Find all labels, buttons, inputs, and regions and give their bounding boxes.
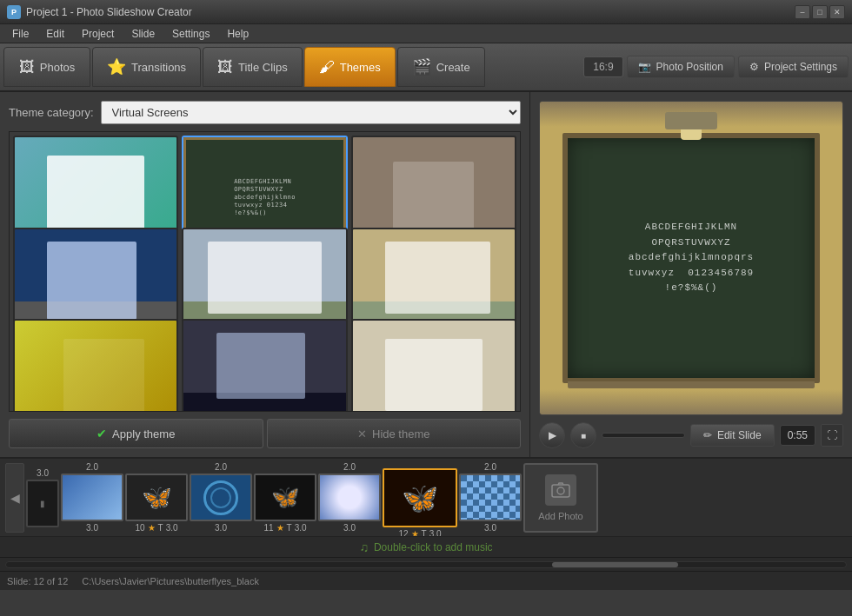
- category-row: Theme category: Virtual Screens Nature A…: [9, 101, 521, 124]
- slide-4-thumb: 🦋: [254, 474, 316, 521]
- slide-7-duration-bottom: 3.0: [484, 523, 496, 533]
- playback-controls: ▶ ■ ✏ Edit Slide 0:55 ⛶: [539, 422, 843, 448]
- tab-themes-label: Themes: [340, 61, 381, 74]
- project-settings-button[interactable]: ⚙ Project Settings: [738, 56, 849, 78]
- slide-3-duration-top: 2.0: [215, 462, 227, 472]
- timeline-item-2[interactable]: 🦋 10 ★ T 3.0: [125, 462, 188, 533]
- themes-panel: Theme category: Virtual Screens Nature A…: [0, 92, 530, 457]
- theme-item-9[interactable]: [351, 319, 516, 411]
- slide-4-t: T: [287, 523, 292, 533]
- slide-0-thumb: ▮: [26, 480, 59, 527]
- apply-theme-label: Apply theme: [112, 427, 175, 440]
- svg-point-1: [557, 487, 564, 494]
- theme-grid: ABCDEFGHIJKLMN OPQRSTUVWXYZ abcdefghijkl…: [10, 132, 520, 411]
- theme-category-select[interactable]: Virtual Screens Nature Abstract: [101, 101, 521, 124]
- photo-position-icon: 📷: [638, 61, 651, 73]
- hide-theme-button[interactable]: ✕ Hide theme: [267, 419, 522, 448]
- timeline-item-5[interactable]: 2.0 3.0: [318, 462, 381, 533]
- svg-rect-0: [552, 485, 569, 497]
- tab-transitions-label: Transitions: [131, 61, 186, 74]
- edit-slide-label: Edit Slide: [717, 429, 762, 441]
- slide-2-thumb: 🦋: [125, 474, 188, 521]
- app-icon: P: [7, 5, 21, 19]
- slide-4-spacer: [284, 462, 287, 472]
- tab-title-clips-label: Title Clips: [238, 61, 288, 74]
- timeline-prev-button[interactable]: ◀: [5, 463, 24, 533]
- file-path: C:\Users\Javier\Pictures\butterflyes_bla…: [82, 576, 259, 586]
- timeline-item-1[interactable]: 2.0 3.0: [61, 462, 123, 533]
- timeline-item-6[interactable]: 🦋 12 ★ T 3.0: [383, 459, 457, 536]
- slide-6-duration: 3.0: [429, 529, 442, 537]
- edit-slide-button[interactable]: ✏ Edit Slide: [690, 424, 775, 447]
- progress-track[interactable]: [602, 433, 685, 438]
- tab-transitions[interactable]: ⭐ Transitions: [92, 47, 201, 87]
- music-bar[interactable]: ♫ Double-click to add music: [0, 536, 852, 557]
- minimize-button[interactable]: –: [795, 5, 810, 19]
- theme-item-7[interactable]: [13, 319, 178, 411]
- add-photo-icon: [545, 474, 576, 506]
- music-note-icon: ♫: [359, 540, 369, 554]
- timeline-item-4[interactable]: 🦋 11 ★ T 3.0: [254, 462, 316, 533]
- tab-title-clips[interactable]: 🖼 Title Clips: [203, 47, 303, 87]
- timeline-item-7[interactable]: 2.0 3.0: [459, 462, 522, 533]
- tab-photos-label: Photos: [40, 61, 75, 74]
- window-title: Project 1 - Photo Slideshow Creator: [26, 6, 795, 18]
- apply-theme-button[interactable]: ✔ Apply theme: [9, 419, 263, 448]
- tab-create[interactable]: 🎬 Create: [397, 47, 485, 87]
- photos-icon: 🖼: [19, 58, 35, 76]
- timeline-inner: ◀ 3.0 ▮ 2.0 3.0 🦋 10 ★ T: [0, 459, 852, 536]
- menu-project[interactable]: Project: [73, 26, 123, 42]
- project-settings-label: Project Settings: [764, 61, 837, 73]
- scrollbar-track[interactable]: [5, 561, 847, 568]
- statusbar: Slide: 12 of 12 C:\Users\Javier\Pictures…: [0, 571, 852, 590]
- menu-file[interactable]: File: [3, 26, 37, 42]
- menu-help[interactable]: Help: [218, 26, 257, 42]
- menubar: File Edit Project Slide Settings Help: [0, 24, 852, 43]
- checkmark-icon: ✔: [97, 427, 107, 440]
- title-clips-icon: 🖼: [217, 58, 233, 76]
- slide-7-thumb: [459, 474, 522, 521]
- create-icon: 🎬: [412, 57, 431, 76]
- slide-6-t: T: [422, 529, 427, 537]
- menu-slide[interactable]: Slide: [123, 26, 163, 42]
- slide-1-duration-top: 2.0: [86, 462, 98, 472]
- add-photo-button[interactable]: Add Photo: [523, 463, 598, 533]
- add-photo-label: Add Photo: [538, 511, 582, 521]
- photo-position-label: Photo Position: [656, 61, 723, 73]
- slide-4-info: 11 ★ T 3.0: [263, 523, 306, 533]
- tab-create-label: Create: [436, 61, 470, 74]
- pencil-icon: ✏: [703, 429, 712, 441]
- menu-settings[interactable]: Settings: [163, 26, 218, 42]
- preview-panel: ABCDEFGHIJKLMN OPQRSTUVWXYZ abcdefghijkl…: [530, 92, 852, 457]
- theme-item-8[interactable]: [182, 319, 347, 411]
- scrollbar-thumb[interactable]: [552, 562, 678, 567]
- slide-1-duration-bottom: 3.0: [86, 523, 98, 533]
- slide-info: Slide: 12 of 12: [7, 576, 68, 586]
- toolbar: 🖼 Photos ⭐ Transitions 🖼 Title Clips 🖌 T…: [0, 43, 852, 92]
- timeline-item-0[interactable]: 3.0 ▮: [26, 468, 59, 527]
- fullscreen-button[interactable]: ⛶: [821, 424, 843, 447]
- tab-photos[interactable]: 🖼 Photos: [3, 47, 90, 87]
- theme-grid-container: ABCDEFGHIJKLMN OPQRSTUVWXYZ abcdefghijkl…: [9, 131, 521, 412]
- slide-4-duration: 3.0: [295, 523, 307, 533]
- scrollbar-area: [0, 557, 852, 571]
- slide-3-thumb: [190, 474, 252, 521]
- slide-5-duration-bottom: 3.0: [343, 523, 356, 533]
- play-button[interactable]: ▶: [539, 422, 565, 448]
- close-button[interactable]: ✕: [829, 5, 845, 19]
- maximize-button[interactable]: □: [812, 5, 828, 19]
- slide-7-duration-top: 2.0: [484, 462, 496, 472]
- app-icon-text: P: [11, 8, 17, 17]
- slide-6-star: ★: [411, 529, 419, 537]
- main-content: Theme category: Virtual Screens Nature A…: [0, 92, 852, 457]
- stop-button[interactable]: ■: [570, 422, 596, 448]
- chalk-text: ABCDEFGHIJKLMN OPQRSTUVWXYZ abcdefghijkl…: [629, 220, 754, 296]
- slide-1-thumb: [61, 474, 123, 521]
- hide-theme-label: Hide theme: [372, 427, 429, 440]
- photo-position-button[interactable]: 📷 Photo Position: [627, 56, 735, 78]
- timeline-item-3[interactable]: 2.0 3.0: [190, 462, 252, 533]
- slide-2-info: 10 ★ T 3.0: [135, 523, 177, 533]
- window-controls: – □ ✕: [795, 5, 845, 19]
- menu-edit[interactable]: Edit: [37, 26, 73, 42]
- tab-themes[interactable]: 🖌 Themes: [304, 47, 396, 87]
